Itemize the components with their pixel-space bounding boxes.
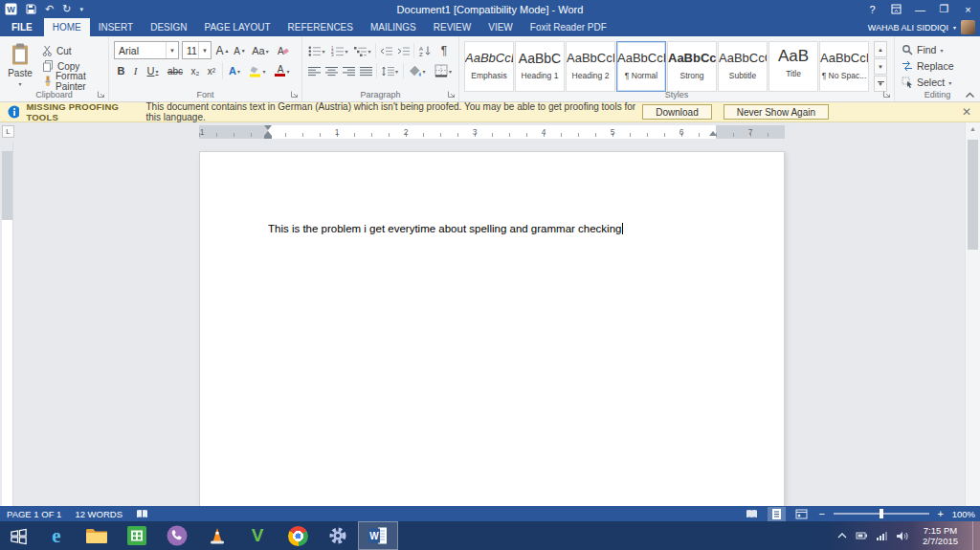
style-subtitle[interactable]: AaBbCcC Subtitle [718, 41, 768, 92]
taskbar-store[interactable] [117, 521, 157, 550]
tab-page-layout[interactable]: PAGE LAYOUT [196, 18, 279, 36]
superscript-button[interactable]: x² [204, 62, 219, 79]
shrink-font-button[interactable]: A▼ [232, 42, 248, 59]
redo-icon[interactable]: ↻ [62, 0, 71, 18]
borders-button[interactable]: ▾ [431, 62, 456, 79]
scroll-up-icon[interactable]: ▲ [966, 125, 980, 132]
clear-formatting-button[interactable]: A [274, 42, 291, 59]
sort-button[interactable]: AZ [416, 42, 434, 59]
avatar[interactable] [961, 20, 975, 34]
banner-close-icon[interactable]: ✕ [962, 105, 971, 119]
bold-button[interactable]: B [114, 62, 128, 79]
grow-font-button[interactable]: A▲ [214, 42, 231, 59]
bullets-button[interactable]: ▾ [306, 42, 327, 59]
tab-view[interactable]: VIEW [479, 18, 522, 36]
tab-mailings[interactable]: MAILINGS [362, 18, 425, 36]
tab-review[interactable]: REVIEW [425, 18, 479, 36]
taskbar-settings[interactable] [318, 521, 358, 550]
cut-button[interactable]: Cut [42, 44, 72, 57]
line-spacing-button[interactable]: ▾ [379, 62, 401, 79]
zoom-out-button[interactable]: − [817, 508, 827, 519]
minimize-icon[interactable]: — [908, 0, 932, 18]
taskbar-viber[interactable] [157, 521, 197, 550]
page-indicator[interactable]: PAGE 1 OF 1 [7, 509, 61, 519]
proofing-status-icon[interactable] [136, 509, 148, 519]
download-button[interactable]: Download [642, 104, 711, 120]
web-layout-button[interactable] [792, 507, 811, 521]
font-name-caret-icon[interactable]: ▼ [166, 42, 178, 58]
format-painter-button[interactable]: Format Painter [42, 75, 108, 88]
tab-insert[interactable]: INSERT [90, 18, 143, 36]
select-button[interactable]: Select ▾ [902, 76, 951, 89]
right-indent-marker[interactable] [709, 131, 717, 136]
scrollbar-thumb[interactable] [968, 140, 978, 250]
tab-file[interactable]: FILE [0, 18, 44, 36]
style-heading-2[interactable]: AaBbCcI Heading 2 [566, 41, 615, 92]
highlight-color-button[interactable]: ▾ [246, 62, 269, 79]
subscript-button[interactable]: x₂ [188, 62, 203, 79]
underline-button[interactable]: U▾ [143, 62, 163, 79]
align-center-button[interactable] [323, 62, 340, 79]
style-emphasis[interactable]: AaBbCcL Emphasis [464, 41, 514, 92]
taskbar-clock[interactable]: 7:15 PM 2/7/2015 [916, 525, 965, 547]
maximize-icon[interactable]: ❐ [932, 0, 956, 18]
tab-design[interactable]: DESIGN [142, 18, 195, 36]
clipboard-dialog-launcher-icon[interactable] [97, 90, 105, 99]
first-line-indent-marker[interactable] [264, 125, 272, 130]
font-size-caret-icon[interactable]: ▼ [198, 42, 211, 58]
account-area[interactable]: WAHAB ALI SIDDIQI ▾ [868, 18, 980, 36]
battery-icon[interactable] [856, 530, 868, 541]
style-no-spacing[interactable]: AaBbCcI ¶ No Spac... [819, 41, 869, 92]
never-show-again-button[interactable]: Never Show Again [724, 104, 829, 120]
zoom-level[interactable]: 100% [952, 509, 975, 519]
styles-dialog-launcher-icon[interactable] [882, 90, 891, 99]
style-strong[interactable]: AaBbCcI Strong [667, 41, 717, 92]
taskbar-internet-explorer[interactable]: e [36, 521, 77, 550]
tab-home[interactable]: HOME [44, 18, 90, 36]
font-name-combo[interactable]: Arial ▼ [114, 41, 179, 59]
document-page[interactable]: This is the problem i get everytime abou… [199, 151, 785, 506]
styles-scroll-down-icon[interactable]: ▼ [874, 58, 887, 75]
paste-button[interactable]: Paste ▾ [3, 40, 37, 96]
decrease-indent-button[interactable] [378, 42, 394, 59]
style-title[interactable]: AaB Title [768, 41, 818, 92]
multilevel-list-button[interactable]: ▾ [352, 42, 373, 59]
taskbar-v-player[interactable]: V [237, 521, 278, 550]
tab-references[interactable]: REFERENCES [279, 18, 362, 36]
help-icon[interactable]: ? [860, 0, 884, 18]
print-layout-button[interactable] [768, 507, 786, 521]
taskbar-vlc[interactable] [197, 521, 237, 550]
paragraph-dialog-launcher-icon[interactable] [447, 90, 456, 99]
zoom-slider[interactable] [834, 513, 929, 515]
taskbar-file-explorer[interactable] [77, 521, 117, 550]
undo-icon[interactable]: ↶ [45, 0, 54, 18]
word-count[interactable]: 12 WORDS [75, 509, 122, 519]
tab-foxit-reader-pdf[interactable]: Foxit Reader PDF [522, 18, 615, 36]
font-dialog-launcher-icon[interactable] [290, 90, 299, 99]
tab-stop-selector[interactable]: L [2, 125, 14, 138]
replace-button[interactable]: Replace [902, 59, 954, 73]
read-mode-button[interactable] [743, 507, 761, 521]
start-button[interactable] [0, 521, 36, 550]
numbering-button[interactable]: 1 2 3 ▾ [329, 42, 350, 59]
tray-expand-icon[interactable] [836, 530, 848, 541]
style-normal[interactable]: AaBbCcI ¶ Normal [616, 41, 666, 92]
taskbar-word[interactable]: W [358, 521, 398, 550]
text-effects-button[interactable]: A▾ [225, 62, 244, 79]
vertical-scrollbar[interactable]: ▲ [965, 122, 980, 506]
customize-quick-access-icon[interactable]: ▾ [79, 0, 83, 18]
save-icon[interactable] [26, 4, 36, 14]
strikethrough-button[interactable]: abc [165, 62, 186, 79]
show-paragraph-marks-button[interactable]: ¶ [436, 42, 452, 59]
close-icon[interactable]: × [956, 0, 980, 18]
style-heading-1[interactable]: AaBbC Heading 1 [515, 41, 565, 92]
show-desktop-button[interactable] [972, 521, 978, 550]
zoom-in-button[interactable]: + [936, 508, 946, 519]
ribbon-display-options-icon[interactable] [884, 0, 908, 18]
network-signal-icon[interactable] [876, 530, 888, 541]
font-color-button[interactable]: A ▾ [271, 62, 294, 79]
volume-icon[interactable] [896, 530, 908, 542]
left-indent-marker[interactable] [264, 136, 272, 139]
collapse-ribbon-icon[interactable] [965, 91, 975, 99]
taskbar-chrome[interactable] [278, 521, 318, 550]
